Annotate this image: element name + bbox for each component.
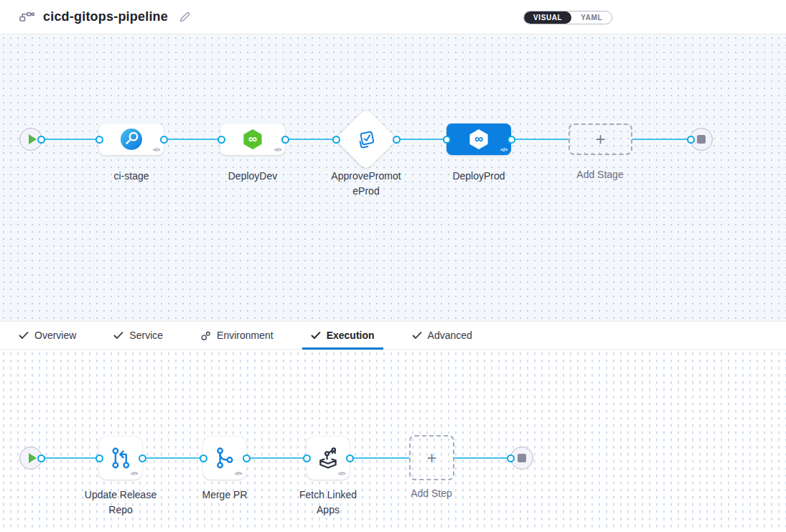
add-step-button[interactable]: +: [409, 435, 454, 480]
step-node-update-release-repo[interactable]: </>: [99, 437, 142, 480]
connector-point: [687, 136, 695, 144]
stop-icon: [697, 135, 706, 144]
check-icon: [113, 330, 123, 340]
connector-point: [507, 454, 515, 462]
merge-pr-icon: [212, 446, 237, 470]
stage-node-deploydev[interactable]: ∞ </>: [220, 123, 285, 155]
step-node-fetch-linked-apps[interactable]: </>: [307, 437, 350, 480]
tab-label: Execution: [327, 330, 375, 341]
environment-icon: [200, 330, 211, 341]
connector-point: [217, 136, 225, 144]
pipeline-connector-line: [454, 457, 511, 459]
connector-point: [95, 136, 103, 144]
template-code-icon: </>: [500, 146, 507, 153]
connector-point: [37, 136, 45, 144]
connector-point: [507, 136, 515, 144]
play-icon: [29, 134, 37, 144]
connector-point: [443, 136, 451, 144]
plus-icon: +: [595, 129, 605, 149]
step-node-merge-pr[interactable]: </>: [203, 437, 246, 480]
connector-point: [37, 454, 45, 462]
stage-node-ci-stage[interactable]: </>: [99, 123, 164, 155]
template-code-icon: </>: [235, 470, 242, 477]
check-icon: [311, 330, 321, 340]
connector-point: [200, 454, 207, 462]
template-code-icon: </>: [153, 146, 160, 153]
step-label: Update Release Repo: [78, 487, 164, 518]
edit-pencil-icon[interactable]: [178, 11, 191, 24]
pipeline-header: cicd-gitops-pipeline VISUAL YAML: [0, 0, 786, 34]
add-stage-label: Add Stage: [557, 167, 643, 182]
connector-point: [393, 136, 401, 144]
play-icon: [29, 453, 37, 463]
tab-label: Environment: [217, 330, 273, 341]
add-step-label: Add Step: [388, 486, 474, 501]
tab-execution[interactable]: Execution: [302, 322, 383, 349]
stage-label: ci-stage: [88, 169, 174, 184]
connector-point: [139, 454, 146, 462]
pipeline-icon: [19, 9, 34, 25]
stage-label: ApprovePromoteProd: [329, 169, 403, 199]
stop-icon: [518, 454, 526, 462]
step-label: Merge PR: [182, 487, 268, 503]
pipeline-tabs: Overview Service Environment Execution A…: [0, 321, 786, 350]
pipeline-title: cicd-gitops-pipeline: [43, 9, 168, 24]
template-code-icon: </>: [338, 470, 345, 477]
check-icon: [19, 330, 29, 340]
stage-node-deployprod[interactable]: ∞ </>: [446, 123, 511, 155]
template-code-icon: </>: [131, 470, 138, 477]
add-stage-button[interactable]: +: [569, 123, 632, 155]
template-code-icon: </>: [274, 146, 281, 153]
cd-deploy-icon: ∞: [469, 129, 489, 149]
ci-build-icon: [121, 129, 142, 150]
execution-canvas[interactable]: </> </> </>: [0, 350, 786, 531]
tab-label: Overview: [34, 330, 76, 341]
stage-label: DeployProd: [436, 169, 522, 184]
pipeline-connector-line: [632, 139, 693, 140]
connector-point: [332, 136, 340, 144]
tab-advanced[interactable]: Advanced: [403, 322, 481, 349]
tab-overview[interactable]: Overview: [10, 322, 85, 349]
check-icon: [412, 330, 422, 340]
pipeline-studio: cicd-gitops-pipeline VISUAL YAML: [0, 0, 786, 532]
toggle-yaml-option[interactable]: YAML: [571, 11, 612, 24]
cd-deploy-icon: ∞: [243, 129, 263, 149]
tab-label: Advanced: [428, 330, 472, 341]
connector-point: [160, 136, 168, 144]
toggle-visual-option[interactable]: VISUAL: [524, 11, 571, 24]
step-label: Fetch Linked Apps: [292, 487, 364, 518]
approval-icon: [355, 128, 378, 151]
tab-label: Service: [129, 330, 163, 341]
fetch-linked-apps-icon: [316, 446, 340, 470]
connector-point: [281, 136, 289, 144]
update-release-repo-icon: [108, 446, 133, 470]
tab-environment[interactable]: Environment: [192, 322, 282, 349]
connector-point: [303, 454, 311, 462]
stage-canvas[interactable]: </> ∞ </> ∞ </>: [0, 34, 786, 321]
connector-point: [346, 454, 354, 462]
stage-label: DeployDev: [210, 169, 296, 184]
view-toggle: VISUAL YAML: [523, 11, 612, 24]
plus-icon: +: [426, 448, 436, 468]
connector-point: [243, 454, 251, 462]
connector-point: [95, 454, 103, 462]
tab-service[interactable]: Service: [105, 322, 172, 349]
stage-node-approvepromoteprod[interactable]: [334, 108, 398, 171]
